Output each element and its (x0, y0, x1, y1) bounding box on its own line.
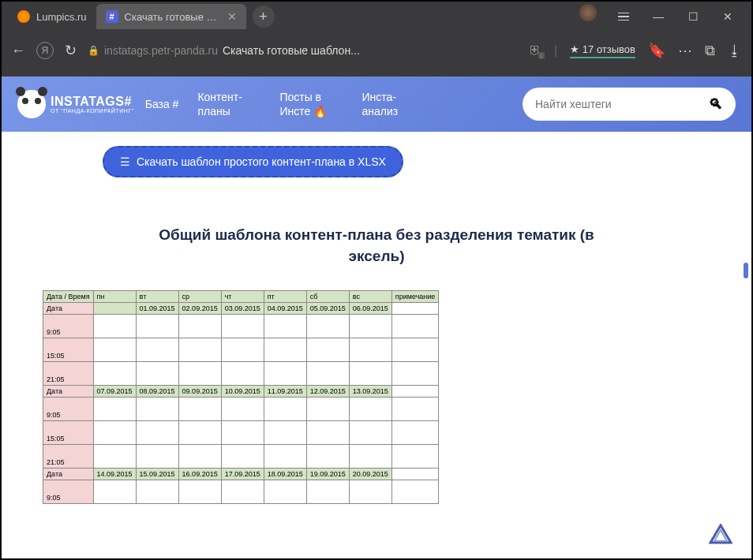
section-title: Общий шаблона контент-плана без разделен… (140, 225, 613, 267)
tab-lumpics[interactable]: Lumpics.ru (8, 4, 96, 29)
table-row: 21:05 (43, 445, 439, 469)
download-xlsx-button[interactable]: ☰ Скачать шаблон простого контент-плана … (103, 146, 403, 177)
lock-icon: 🔒 (88, 45, 99, 56)
list-icon: ☰ (120, 155, 130, 168)
download-icon[interactable]: ⭳ (728, 43, 742, 59)
tab-title: Lumpics.ru (36, 11, 87, 23)
browser-chrome: Lumpics.ru # Скачать готовые шабло ✕ + —… (2, 2, 751, 77)
nav-posts[interactable]: Посты в Инсте 🔥 (279, 90, 343, 118)
panda-icon (17, 90, 46, 118)
close-icon[interactable]: ✕ (227, 10, 237, 23)
table-row: 9:05 (43, 398, 439, 421)
tab-instatags[interactable]: # Скачать готовые шабло ✕ (96, 4, 246, 29)
reload-button[interactable]: ↻ (65, 42, 77, 59)
more-icon[interactable]: ⋯ (678, 42, 692, 59)
site-header: INSTATAGS# ОТ "ПАНДА-КОПИРАЙТИНГ" База #… (2, 77, 751, 132)
page-content: INSTATAGS# ОТ "ПАНДА-КОПИРАЙТИНГ" База #… (2, 77, 751, 558)
tab-favicon: # (106, 10, 118, 23)
th-sat: сб (306, 291, 349, 303)
nav-bar: ← Я ↻ 🔒 instatags.petr-panda.ru Скачать … (2, 32, 751, 69)
table-row: Дата 01.09.2015 02.09.2015 03.09.2015 04… (43, 303, 439, 315)
search-box: 🔍︎ (523, 88, 736, 121)
nav-baza[interactable]: База # (145, 97, 179, 111)
tab-bar: Lumpics.ru # Скачать готовые шабло ✕ + —… (2, 2, 751, 32)
close-button[interactable]: ✕ (710, 4, 745, 29)
minimize-button[interactable]: — (641, 4, 676, 29)
nav-content-plans[interactable]: Контент-планы (197, 90, 260, 118)
table-row: Дата 07.09.2015 08.09.2015 09.09.2015 10… (43, 386, 439, 398)
th-note: примечание (391, 291, 439, 303)
new-tab-button[interactable]: + (253, 6, 275, 28)
th-fri: пт (264, 291, 306, 303)
logo-text: INSTATAGS# (51, 95, 134, 108)
back-button[interactable]: ← (11, 43, 25, 59)
th-tue: вт (136, 291, 178, 303)
th-thu: чт (221, 291, 264, 303)
tab-title: Скачать готовые шабло (125, 11, 218, 23)
th-date: Дата / Время (43, 291, 94, 303)
url-domain: instatags.petr-panda.ru (104, 44, 218, 57)
table-row: 9:05 (43, 480, 439, 504)
shield-icon[interactable]: ⛨1 (529, 43, 541, 58)
th-mon: пн (93, 291, 136, 303)
url-title: Скачать готовые шаблон... (223, 44, 360, 57)
nav-analysis[interactable]: Инста-анализ (362, 90, 417, 118)
table-row: 21:05 (43, 362, 439, 386)
table-row: Дата 14.09.2015 15.09.2015 16.09.2015 17… (43, 469, 439, 480)
tab-favicon (17, 10, 30, 23)
logo-subtitle: ОТ "ПАНДА-КОПИРАЙТИНГ" (51, 108, 134, 114)
avatar[interactable] (579, 4, 597, 21)
search-input[interactable] (535, 98, 709, 110)
bookmark-icon[interactable]: 🔖 (648, 42, 665, 59)
menu-button[interactable] (606, 4, 641, 29)
table-row: 9:05 (43, 315, 439, 338)
extensions-icon[interactable]: ⧉ (705, 43, 715, 59)
maximize-button[interactable]: ☐ (676, 4, 710, 29)
url-bar[interactable]: 🔒 instatags.petr-panda.ru Скачать готовы… (88, 44, 360, 57)
yandex-icon[interactable]: Я (36, 42, 54, 59)
search-icon[interactable]: 🔍︎ (709, 96, 723, 113)
logo[interactable]: INSTATAGS# ОТ "ПАНДА-КОПИРАЙТИНГ" (17, 90, 134, 118)
reviews-link[interactable]: ★ 17 отзывов (570, 43, 635, 58)
table-row: 15:05 (43, 421, 439, 445)
triangle-badge-icon (709, 524, 732, 544)
th-wed: ср (178, 291, 221, 303)
table-row: 15:05 (43, 338, 439, 362)
content-plan-table: Дата / Время пн вт ср чт пт сб вс примеч… (43, 290, 439, 504)
download-label: Скачать шаблон простого контент-плана в … (137, 155, 386, 168)
th-sun: вс (349, 291, 391, 303)
